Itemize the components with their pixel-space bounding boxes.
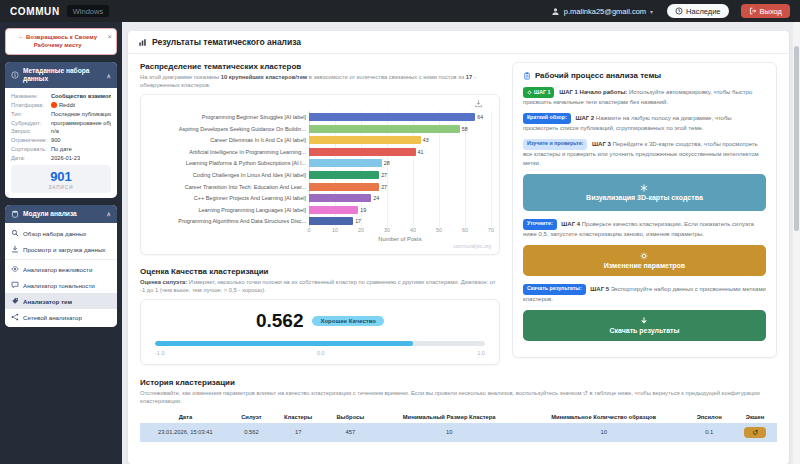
chart-bar-row: 24: [309, 192, 491, 204]
sidebar-item-eye[interactable]: Анализатор вежливости: [5, 259, 117, 277]
sidebar-item-label: Обзор набора данных: [23, 230, 86, 237]
metadata-field-value: По дате: [51, 146, 72, 152]
chart-bar[interactable]: [309, 194, 371, 202]
modules-card-header[interactable]: Модули анализа ∧: [5, 205, 117, 223]
back-alert-text: Возвращаюсь к Своему Рабочему месту: [26, 34, 97, 48]
history-column-header: Выбросы: [324, 411, 376, 423]
close-icon[interactable]: ×: [107, 33, 112, 41]
metadata-card-header[interactable]: Метаданные набора данных ∧: [5, 62, 117, 88]
chart-plot-area: 64584341282727241917: [309, 111, 491, 227]
legacy-button-label: Наследие: [686, 7, 720, 16]
chart-bar[interactable]: [309, 217, 353, 225]
metadata-field-value: программирование обу...: [51, 120, 111, 126]
download-chart-icon[interactable]: [474, 99, 483, 108]
logo-windows-badge: Windows: [67, 5, 109, 17]
quality-card: 0.562 Хорошее Качество -1.0 0.0 1.0: [140, 299, 500, 365]
chart-bar[interactable]: [309, 148, 416, 156]
scale-min: -1.0: [155, 350, 164, 356]
sidebar-item-label: Анализатор тональности: [23, 282, 95, 289]
info-icon: [11, 71, 19, 79]
sidebar-item-chat[interactable]: Анализатор тональности: [5, 277, 117, 293]
clipboard-icon: [523, 72, 531, 80]
sidebar-item-tags[interactable]: Анализатор тем: [5, 293, 117, 309]
legacy-button[interactable]: Наследие: [667, 4, 728, 18]
metadata-row: Название:Сообщество взаимопомо...: [11, 93, 111, 99]
reddit-icon: [51, 102, 57, 108]
step-text: Проверьте качество кластеризации. Если п…: [523, 221, 754, 237]
step-badge: ШАГ 1: [523, 87, 555, 98]
amber-action-button[interactable]: Изменение параметров: [523, 245, 766, 276]
green-action-button[interactable]: Скачать результаты: [523, 310, 766, 341]
chart-bar-label: Learning Programming Languages [AI label…: [149, 204, 309, 216]
back-arrow-icon: ←: [18, 34, 24, 40]
restore-configuration-button[interactable]: ↺: [744, 427, 766, 438]
gear-icon: [640, 252, 648, 260]
sidebar-item-search[interactable]: Обзор набора данных: [5, 225, 117, 241]
chart-bar[interactable]: [309, 206, 358, 214]
metadata-field-label: Субреддит:: [11, 120, 51, 126]
teal-action-button[interactable]: Визуализация 3D-карты сходства: [523, 174, 766, 211]
user-menu[interactable]: p.malinka25@gmail.com ▾: [551, 7, 653, 16]
action-button-label: Визуализация 3D-карты сходства: [586, 194, 703, 201]
logout-button-label: Выход: [760, 7, 782, 16]
chart-bar[interactable]: [309, 171, 379, 179]
chart-bar[interactable]: [309, 136, 421, 144]
silhouette-score: 0.562: [256, 310, 304, 332]
scale-mid: 0.0: [317, 350, 325, 356]
history-cell: 23.01.2026, 15:03:41: [140, 423, 231, 442]
back-to-workspace-label: ← Возвращаюсь к Своему Рабочему месту: [10, 33, 105, 50]
chart-bar[interactable]: [309, 183, 379, 191]
metadata-field-label: Платформа:: [11, 102, 51, 108]
clock-icon: [675, 7, 683, 15]
chart-bar-value: 19: [360, 207, 366, 213]
chart-bar[interactable]: [309, 159, 382, 167]
metadata-field-label: Тип:: [11, 111, 51, 117]
chart-x-tick: 10: [332, 227, 338, 233]
caret-down-icon: ▾: [650, 8, 653, 15]
sidebar-item-network[interactable]: Сетевой анализатор: [5, 309, 117, 325]
exit-icon: [749, 7, 757, 15]
chart-x-tick: 50: [436, 227, 442, 233]
metadata-value-text: 900: [51, 137, 61, 143]
scrollbar-track[interactable]: [793, 22, 800, 464]
distribution-title: Распределение тематических кластеров: [140, 62, 500, 71]
search-icon: [11, 229, 19, 237]
scrollbar-thumb[interactable]: [794, 46, 799, 231]
metadata-value-text: Сообщество взаимопомо...: [51, 93, 111, 99]
step-lead: ШАГ 4: [560, 221, 582, 227]
back-to-workspace-button[interactable]: ← Возвращаюсь к Своему Рабочему месту ×: [5, 28, 117, 55]
step-badge-label: ШАГ 1: [534, 89, 551, 97]
quality-progress-track: [155, 341, 485, 346]
workflow-card: Рабочий процесс анализа темы ШАГ 1 ШАГ 1…: [512, 62, 777, 358]
metadata-field-value: Последние публикации: [51, 111, 111, 117]
chevron-up-icon: ∧: [107, 210, 111, 217]
workflow-step: Краткий обзор: ШАГ 2 Нажмите на любую по…: [523, 113, 766, 133]
distribution-subtitle: На этой диаграмме показаны 10 крупнейших…: [140, 73, 500, 89]
logout-button[interactable]: Выход: [741, 4, 790, 18]
history-row[interactable]: 23.01.2026, 15:03:410.5621745710100.1↺: [140, 423, 777, 442]
chart-bar-label: C++ Beginner Projects And Learning [AI l…: [149, 192, 309, 204]
chart-bar-label: Career Dilemmas In It And Cs [AI label]: [149, 134, 309, 146]
bar-chart-icon: [138, 38, 147, 47]
chart-bar-label: Learning Platforms & Python Subscription…: [149, 158, 309, 170]
metadata-row: Субреддит:программирование обу...: [11, 120, 111, 126]
chart-y-labels: Programming Beginner Struggles [AI label…: [149, 111, 309, 227]
chart-bar[interactable]: [309, 113, 475, 121]
network-icon: [11, 313, 19, 321]
download-icon: [11, 245, 19, 253]
quality-progress-fill: [155, 341, 413, 346]
workflow-step: Изучите и проверьте: ШАГ 3 Перейдите к 3…: [523, 139, 766, 168]
chart-bar-row: 19: [309, 204, 491, 216]
person-icon: [551, 7, 560, 16]
metadata-body: Название:Сообщество взаимопомо...Платфор…: [5, 88, 117, 198]
metadata-field-value: Reddit: [51, 102, 75, 108]
chart-bar[interactable]: [309, 125, 460, 133]
sidebar-item-download[interactable]: Просмотр и загрузка данных: [5, 241, 117, 257]
chart-bar-value: 58: [462, 126, 468, 132]
metadata-value-text: Reddit: [59, 102, 75, 108]
main-panel: Результаты тематического анализа Распред…: [128, 31, 789, 464]
chart-bar-row: 28: [309, 158, 491, 170]
chart-bar-row: 64: [309, 111, 491, 123]
metadata-field-label: Сортировать:: [11, 146, 51, 152]
step-badge: Скачать результаты:: [523, 284, 586, 295]
